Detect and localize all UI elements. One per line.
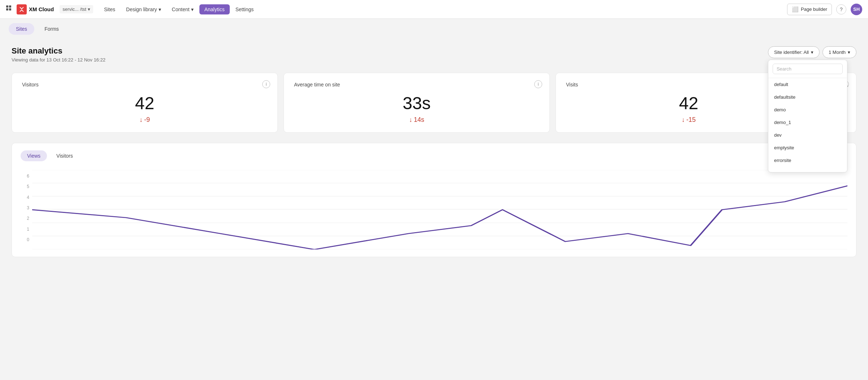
svg-rect-1	[9, 5, 11, 8]
analytics-subtitle: Viewing data for 13 Oct 16:22 - 12 Nov 1…	[12, 57, 856, 63]
content-chevron-icon: ▾	[191, 7, 194, 12]
filter-bar: Site identifier: All ▾ default defaultsi…	[768, 46, 856, 58]
chart-tab-visitors[interactable]: Visitors	[50, 150, 79, 161]
topnav-right: ⬜ Page builder ? SH	[787, 4, 862, 15]
metric-cards: Visitors i 42 ↓ -9 Average time on site …	[12, 73, 856, 133]
dropdown-item-default[interactable]: default	[768, 78, 847, 91]
svg-rect-3	[9, 8, 11, 10]
nav-item-content[interactable]: Content ▾	[167, 4, 199, 14]
chart-tabs: Views Visitors i	[21, 150, 847, 161]
main-content: Site analytics Viewing data for 13 Oct 1…	[0, 35, 868, 266]
nav-item-analytics[interactable]: Analytics	[199, 4, 230, 14]
dropdown-item-demo1[interactable]: demo_1	[768, 116, 847, 129]
chart-container: 6 5 4 3 2 1 0	[21, 170, 847, 249]
dropdown-item-emptysite[interactable]: emptysite	[768, 141, 847, 154]
top-navigation: XM Cloud servic... /tst ▾ Sites Design l…	[0, 0, 868, 19]
dropdown-list: default defaultsite demo demo_1 dev empt…	[768, 78, 847, 172]
subtabs-bar: Sites Forms	[0, 19, 868, 35]
avg-time-label: Average time on site	[294, 82, 539, 87]
site-identifier-dropdown-container: Site identifier: All ▾ default defaultsi…	[768, 46, 820, 58]
month-filter-chevron-icon: ▾	[848, 50, 850, 55]
dropdown-item-dev[interactable]: dev	[768, 129, 847, 141]
y-label-0: 0	[27, 237, 29, 242]
month-filter-button[interactable]: 1 Month ▾	[822, 46, 856, 58]
avg-time-change: ↓ 14s	[294, 116, 539, 124]
subtab-forms[interactable]: Forms	[37, 23, 66, 35]
visits-arrow-down-icon: ↓	[682, 116, 685, 124]
y-label-3: 3	[27, 205, 29, 210]
visitors-arrow-down-icon: ↓	[139, 116, 143, 124]
page-builder-icon: ⬜	[792, 6, 799, 13]
avg-time-arrow-down-icon: ↓	[409, 116, 412, 124]
chart-svg	[32, 170, 847, 249]
service-selector[interactable]: servic... /tst ▾	[60, 5, 93, 13]
site-identifier-button[interactable]: Site identifier: All ▾	[768, 46, 820, 58]
grid-icon[interactable]	[6, 5, 12, 13]
visitors-label: Visitors	[22, 82, 267, 87]
dropdown-item-newnomura[interactable]: newnomura	[768, 167, 847, 172]
page-builder-button[interactable]: ⬜ Page builder	[787, 4, 832, 15]
metric-card-avg-time: Average time on site i 33s ↓ 14s	[284, 73, 550, 133]
xm-logo-icon	[17, 4, 27, 14]
main-nav: Sites Design library ▾ Content ▾ Analyti…	[99, 4, 784, 14]
avg-time-info-icon[interactable]: i	[534, 80, 542, 88]
subtab-sites[interactable]: Sites	[9, 23, 34, 35]
logo[interactable]: XM Cloud	[17, 4, 54, 14]
brand-name: XM Cloud	[29, 6, 54, 12]
nav-item-sites[interactable]: Sites	[99, 4, 120, 14]
y-label-6: 6	[27, 174, 29, 179]
avg-time-value: 33s	[294, 93, 539, 113]
month-filter-label: 1 Month	[829, 50, 846, 55]
y-label-4: 4	[27, 195, 29, 200]
chart-tab-views[interactable]: Views	[21, 150, 47, 161]
design-library-chevron-icon: ▾	[159, 7, 161, 12]
dropdown-item-demo[interactable]: demo	[768, 103, 847, 116]
y-label-2: 2	[27, 216, 29, 221]
visitors-info-icon[interactable]: i	[262, 80, 270, 88]
chart-svg-wrapper	[32, 170, 847, 249]
chart-y-axis: 6 5 4 3 2 1 0	[21, 174, 29, 242]
page-title: Site analytics	[12, 46, 856, 56]
dropdown-item-errorsite[interactable]: errorsite	[768, 154, 847, 167]
chart-section: Views Visitors i 6 5 4 3 2 1 0	[12, 143, 856, 257]
visitors-change: ↓ -9	[22, 116, 267, 124]
dropdown-search-area	[768, 60, 847, 78]
y-label-5: 5	[27, 184, 29, 189]
svg-rect-2	[6, 8, 8, 10]
metric-card-visitors: Visitors i 42 ↓ -9	[12, 73, 278, 133]
site-identifier-dropdown: default defaultsite demo demo_1 dev empt…	[768, 60, 847, 172]
help-button[interactable]: ?	[836, 4, 846, 14]
site-identifier-label: Site identifier: All	[774, 50, 809, 55]
nav-item-settings[interactable]: Settings	[230, 4, 259, 14]
y-label-1: 1	[27, 227, 29, 232]
svg-rect-0	[6, 5, 8, 8]
site-identifier-chevron-icon: ▾	[811, 50, 813, 55]
dropdown-item-defaultsite[interactable]: defaultsite	[768, 91, 847, 103]
nav-item-design-library[interactable]: Design library ▾	[121, 4, 166, 14]
visitors-value: 42	[22, 93, 267, 113]
avatar[interactable]: SH	[851, 4, 862, 15]
service-chevron-icon: ▾	[88, 7, 90, 12]
service-label: servic... /tst	[62, 7, 86, 12]
dropdown-search-input[interactable]	[773, 64, 843, 74]
